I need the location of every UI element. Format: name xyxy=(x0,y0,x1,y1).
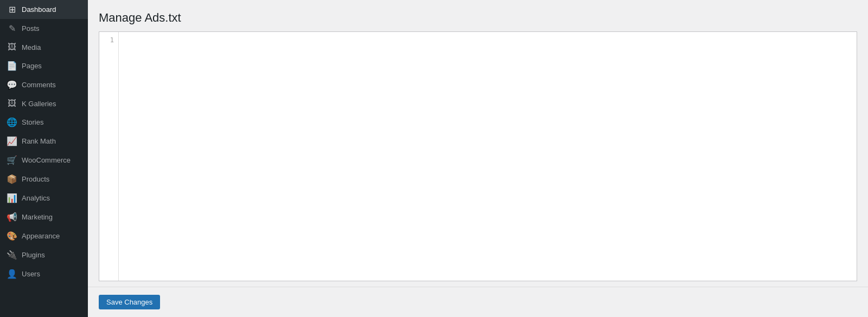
footer-bar: Save Changes xyxy=(88,287,868,317)
sidebar-label-woocommerce: WooCommerce xyxy=(22,156,71,164)
comments-icon: 💬 xyxy=(7,80,17,90)
sidebar-item-pages[interactable]: 📄Pages xyxy=(0,56,88,75)
line-number-1: 1 xyxy=(110,36,114,44)
editor-container: 1 xyxy=(99,31,857,281)
sidebar-label-rank-math: Rank Math xyxy=(22,137,56,145)
ads-txt-editor[interactable] xyxy=(119,32,857,281)
sidebar-item-k-galleries[interactable]: 🖼K Galleries xyxy=(0,94,88,113)
sidebar-item-rank-math[interactable]: 📈Rank Math xyxy=(0,132,88,151)
pages-icon: 📄 xyxy=(7,61,17,71)
sidebar-item-posts[interactable]: ✎Posts xyxy=(0,19,88,38)
sidebar-label-k-galleries: K Galleries xyxy=(22,100,56,108)
posts-icon: ✎ xyxy=(7,23,17,34)
sidebar-label-media: Media xyxy=(22,43,41,51)
sidebar-label-products: Products xyxy=(22,175,49,183)
sidebar-label-pages: Pages xyxy=(22,62,42,70)
appearance-icon: 🎨 xyxy=(7,231,17,241)
sidebar-item-comments[interactable]: 💬Comments xyxy=(0,75,88,94)
sidebar-label-marketing: Marketing xyxy=(22,213,53,221)
sidebar-item-dashboard[interactable]: ⊞Dashboard xyxy=(0,0,88,19)
sidebar-label-analytics: Analytics xyxy=(22,194,50,202)
sidebar-item-stories[interactable]: 🌐Stories xyxy=(0,113,88,132)
sidebar-label-dashboard: Dashboard xyxy=(22,5,56,14)
plugins-icon: 🔌 xyxy=(7,250,17,260)
sidebar-label-users: Users xyxy=(22,270,40,278)
sidebar-label-posts: Posts xyxy=(22,24,40,33)
main-content: Manage Ads.txt 1 Save Changes xyxy=(88,0,868,317)
rank-math-icon: 📈 xyxy=(7,136,17,146)
sidebar-item-woocommerce[interactable]: 🛒WooCommerce xyxy=(0,151,88,170)
k-galleries-icon: 🖼 xyxy=(7,99,17,108)
sidebar: ⊞Dashboard✎Posts🖼Media📄Pages💬Comments🖼K … xyxy=(0,0,88,317)
sidebar-item-appearance[interactable]: 🎨Appearance xyxy=(0,227,88,245)
woocommerce-icon: 🛒 xyxy=(7,155,17,165)
sidebar-item-products[interactable]: 📦Products xyxy=(0,170,88,189)
line-numbers: 1 xyxy=(99,32,119,281)
media-icon: 🖼 xyxy=(7,42,17,52)
marketing-icon: 📢 xyxy=(7,212,17,222)
sidebar-item-media[interactable]: 🖼Media xyxy=(0,38,88,56)
dashboard-icon: ⊞ xyxy=(7,4,17,15)
sidebar-label-comments: Comments xyxy=(22,81,56,89)
sidebar-label-plugins: Plugins xyxy=(22,251,45,259)
sidebar-item-marketing[interactable]: 📢Marketing xyxy=(0,208,88,227)
page-title: Manage Ads.txt xyxy=(99,11,857,25)
sidebar-label-appearance: Appearance xyxy=(22,232,60,240)
sidebar-item-users[interactable]: 👤Users xyxy=(0,264,88,283)
save-changes-button[interactable]: Save Changes xyxy=(99,295,160,309)
content-area: Manage Ads.txt 1 xyxy=(88,0,868,287)
stories-icon: 🌐 xyxy=(7,117,17,127)
sidebar-item-analytics[interactable]: 📊Analytics xyxy=(0,189,88,208)
products-icon: 📦 xyxy=(7,174,17,184)
sidebar-item-plugins[interactable]: 🔌Plugins xyxy=(0,245,88,264)
users-icon: 👤 xyxy=(7,269,17,279)
analytics-icon: 📊 xyxy=(7,193,17,203)
sidebar-label-stories: Stories xyxy=(22,118,43,126)
